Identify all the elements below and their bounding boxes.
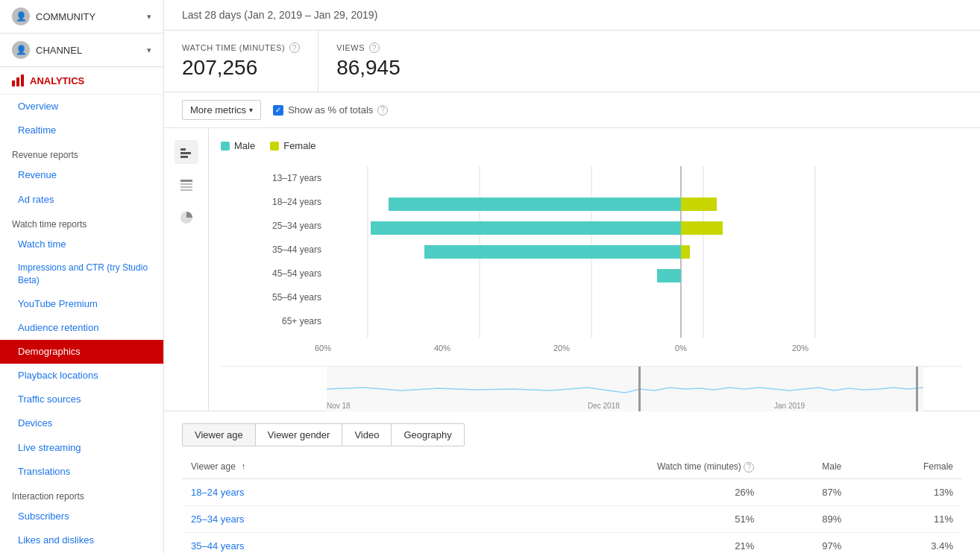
svg-text:Nov 18: Nov 18 — [327, 402, 351, 410]
show-pct-checkbox[interactable] — [273, 105, 283, 116]
row-male-1: 89% — [763, 505, 850, 532]
svg-rect-3 — [180, 180, 192, 182]
svg-rect-24 — [681, 221, 723, 235]
tab-buttons: Viewer age Viewer gender Video Geography — [182, 423, 465, 446]
community-label: COMMUNITY — [36, 11, 95, 22]
col-header-watch-time[interactable]: Watch time (minutes) ? — [494, 455, 763, 478]
views-metric: VIEWS ? 86,945 — [318, 31, 468, 92]
controls-row: More metrics ▾ Show as % of totals ? — [164, 92, 980, 128]
svg-text:Dec 2018: Dec 2018 — [588, 402, 620, 410]
more-metrics-button[interactable]: More metrics ▾ — [182, 100, 261, 120]
svg-rect-4 — [180, 183, 192, 185]
date-header: Last 28 days (Jan 2, 2019 – Jan 29, 2019… — [164, 0, 980, 31]
table-chart-icon-button[interactable] — [175, 173, 198, 197]
sidebar-item-traffic-sources[interactable]: Traffic sources — [0, 388, 163, 411]
views-help-icon[interactable]: ? — [369, 42, 380, 53]
svg-rect-26 — [681, 245, 690, 259]
table-row: 35–44 years 21% 97% 3.4% — [182, 532, 962, 553]
sidebar-item-devices[interactable]: Devices — [0, 411, 163, 435]
svg-rect-5 — [180, 186, 192, 188]
male-legend-dot — [221, 142, 230, 151]
sidebar-item-playback-locations[interactable]: Playback locations — [0, 364, 163, 388]
watch-time-help-icon[interactable]: ? — [289, 42, 300, 53]
show-pct-help-icon[interactable]: ? — [377, 105, 388, 116]
views-value: 86,945 — [336, 56, 450, 80]
svg-rect-25 — [424, 245, 681, 259]
svg-rect-6 — [180, 189, 192, 191]
sidebar-item-ad-rates[interactable]: Ad rates — [0, 188, 163, 212]
row-age-1[interactable]: 25–34 years — [182, 505, 494, 532]
row-male-0: 87% — [763, 478, 850, 505]
sidebar-item-overview[interactable]: Overview — [0, 95, 163, 118]
table-row: 18–24 years 26% 87% 13% — [182, 478, 962, 505]
community-header[interactable]: 👤 COMMUNITY ▾ — [0, 0, 163, 34]
sidebar-item-likes-dislikes[interactable]: Likes and dislikes — [0, 528, 163, 552]
svg-rect-34 — [638, 367, 641, 411]
interaction-reports-group-label: Interaction reports — [0, 484, 163, 505]
sidebar-item-live-streaming[interactable]: Live streaming — [0, 436, 163, 460]
svg-text:25–34 years: 25–34 years — [272, 221, 321, 231]
col-header-viewer-age[interactable]: Viewer age ↑ — [182, 455, 494, 478]
channel-avatar-icon: 👤 — [12, 41, 30, 59]
sidebar-item-impressions[interactable]: Impressions and CTR (try Studio Beta) — [0, 256, 163, 292]
channel-header[interactable]: 👤 CHANNEL ▾ — [0, 34, 163, 67]
legend-female: Female — [270, 140, 315, 151]
svg-text:0%: 0% — [675, 344, 687, 353]
tab-viewer-gender[interactable]: Viewer gender — [256, 424, 343, 446]
sidebar-item-watch-time[interactable]: Watch time — [0, 233, 163, 256]
svg-rect-21 — [389, 197, 681, 211]
pie-chart-icon-button[interactable] — [175, 206, 198, 230]
bar-rows: 13–17 years 18–24 years 25–34 years 35–4… — [221, 166, 962, 360]
sidebar-item-subscribers[interactable]: Subscribers — [0, 505, 163, 528]
col-header-female: Female — [850, 455, 962, 478]
watch-time-col-help-icon[interactable]: ? — [744, 462, 754, 473]
row-age-2[interactable]: 35–44 years — [182, 532, 494, 553]
svg-rect-23 — [371, 221, 681, 235]
chart-area: Male Female — [164, 128, 980, 411]
row-male-2: 97% — [763, 532, 850, 553]
sidebar-item-audience-retention[interactable]: Audience retention — [0, 316, 163, 340]
demographics-table: Viewer age ↑ Watch time (minutes) ? Male… — [182, 455, 962, 553]
tab-geography[interactable]: Geography — [392, 424, 463, 446]
svg-text:Jan 2019: Jan 2019 — [774, 402, 805, 410]
svg-rect-2 — [180, 156, 188, 158]
table-body: 18–24 years 26% 87% 13% 25–34 years 51% … — [182, 478, 962, 553]
tab-viewer-age[interactable]: Viewer age — [183, 424, 256, 446]
chart-type-icons — [164, 128, 209, 411]
community-chevron-icon: ▾ — [147, 12, 151, 22]
sidebar-item-translations[interactable]: Translations — [0, 460, 163, 484]
svg-text:20%: 20% — [792, 344, 808, 353]
tab-video[interactable]: Video — [342, 424, 392, 446]
sidebar-item-demographics[interactable]: Demographics — [0, 340, 163, 364]
date-range: Last 28 days (Jan 2, 2019 – Jan 29, 2019… — [182, 9, 377, 21]
svg-text:60%: 60% — [315, 344, 331, 353]
dropdown-arrow-icon: ▾ — [249, 106, 253, 114]
svg-text:45–54 years: 45–54 years — [272, 268, 321, 279]
views-label: VIEWS ? — [336, 42, 450, 53]
female-legend-dot — [270, 142, 279, 151]
sidebar-item-revenue[interactable]: Revenue — [0, 163, 163, 187]
svg-text:13–17 years: 13–17 years — [272, 173, 321, 183]
watch-time-value: 207,256 — [182, 56, 300, 80]
show-pct-label[interactable]: Show as % of totals ? — [273, 104, 388, 116]
row-female-2: 3.4% — [850, 532, 962, 553]
table-header-row: Viewer age ↑ Watch time (minutes) ? Male… — [182, 455, 962, 478]
svg-text:18–24 years: 18–24 years — [272, 197, 321, 207]
sparkline-area: Nov 18 Dec 2018 Jan 2019 — [221, 366, 962, 411]
row-age-0[interactable]: 18–24 years — [182, 478, 494, 505]
watch-time-label: WATCH TIME (MINUTES) ? — [182, 42, 300, 53]
channel-label: CHANNEL — [36, 45, 82, 56]
svg-rect-27 — [657, 269, 681, 282]
demographics-bar-chart: 13–17 years 18–24 years 25–34 years 35–4… — [221, 166, 962, 360]
sidebar: 👤 COMMUNITY ▾ 👤 CHANNEL ▾ ANALYTICS Over… — [0, 0, 164, 553]
table-row: 25–34 years 51% 89% 11% — [182, 505, 962, 532]
row-watch-time-0: 26% — [494, 478, 763, 505]
bar-chart-icon-button[interactable] — [175, 140, 198, 164]
main-content: Last 28 days (Jan 2, 2019 – Jan 29, 2019… — [164, 0, 980, 553]
col-header-male: Male — [763, 455, 850, 478]
analytics-label: ANALYTICS — [30, 75, 84, 86]
sidebar-item-realtime[interactable]: Realtime — [0, 118, 163, 142]
sort-arrow-icon: ↑ — [241, 461, 245, 472]
sidebar-item-youtube-premium[interactable]: YouTube Premium — [0, 292, 163, 316]
chart-legend: Male Female — [221, 140, 962, 151]
